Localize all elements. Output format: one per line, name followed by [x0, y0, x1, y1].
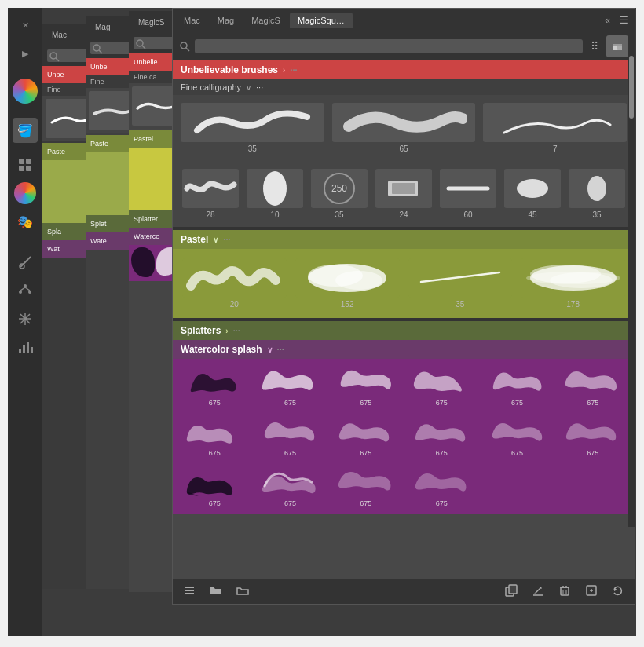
wc-brush-2[interactable]: 675 — [253, 364, 327, 409]
wc-brush-15[interactable]: 675 — [329, 464, 403, 510]
svg-rect-34 — [392, 183, 415, 194]
brush-grid-row1: 35 65 — [173, 95, 635, 161]
watercolor-more[interactable]: ··· — [277, 345, 284, 354]
back3-pastel-label: Paste — [47, 148, 65, 155]
pastel-section-header[interactable]: Pastel ∨ ··· — [173, 230, 635, 249]
svg-point-9 — [28, 291, 31, 294]
svg-point-23 — [93, 45, 100, 51]
wc-brush-12[interactable]: 675 — [556, 414, 630, 459]
watercolor-label: Watercolor splash — [181, 344, 262, 355]
svg-point-36 — [517, 179, 548, 198]
brush-size-badge-250: 250 — [324, 173, 355, 204]
footer-undo-button[interactable] — [608, 582, 628, 601]
svg-rect-3 — [26, 166, 31, 171]
wc-brush-1[interactable]: 675 — [177, 364, 251, 409]
wc-brush-13[interactable]: 675 — [177, 464, 251, 510]
wc-brush-3[interactable]: 675 — [329, 364, 403, 409]
wc-preview-11 — [482, 416, 551, 448]
toolbar-brush-icon[interactable] — [13, 250, 38, 275]
tabs-collapse-button[interactable]: « — [602, 13, 613, 27]
app-container: ✕ ▶ 🪣 🎭 — [8, 8, 636, 636]
wc-brush-4[interactable]: 675 — [404, 364, 478, 409]
wc-brush-7[interactable]: 675 — [177, 414, 251, 459]
splatters-section-header[interactable]: Splatters › ··· — [173, 321, 635, 340]
close-button[interactable]: ✕ — [13, 13, 38, 38]
pastel-more[interactable]: ··· — [223, 235, 230, 244]
tab-mac[interactable]: Mac — [176, 13, 208, 28]
pastel-brush-grid: 20 — [173, 249, 635, 318]
wc-preview-12 — [558, 416, 628, 448]
pastel-brush-35[interactable]: 35 — [405, 255, 516, 312]
brush-item-45[interactable]: 45 — [501, 166, 564, 222]
eraser-button[interactable] — [606, 35, 628, 57]
brush-item-35b[interactable]: 35 — [565, 166, 628, 222]
footer-expand-button[interactable] — [581, 582, 602, 601]
scrollbar-thumb[interactable] — [629, 56, 634, 119]
footer-folder-button[interactable] — [206, 582, 226, 601]
back3-splatters-label: Spla — [47, 228, 61, 236]
brush-item-24[interactable]: 24 — [372, 166, 435, 222]
pastel-brush-152[interactable]: 152 — [292, 255, 403, 312]
wc-brush-11[interactable]: 675 — [480, 414, 554, 459]
wc-brush-14[interactable]: 675 — [253, 464, 327, 510]
brush-item-35[interactable]: 35 — [177, 100, 327, 156]
wc-size-15: 675 — [360, 499, 371, 507]
footer-folder2-button[interactable] — [232, 582, 253, 601]
search-dots-button[interactable]: ⠿ — [587, 38, 602, 54]
brush-size-65: 65 — [399, 144, 408, 153]
tab-magics[interactable]: MagicS — [243, 13, 288, 28]
pastel-size-35: 35 — [456, 300, 464, 309]
wc-preview-6 — [558, 366, 628, 397]
unbelievable-section-header[interactable]: Unbelievable brushes › ··· — [173, 60, 635, 79]
back2-pastel-label: Paste — [90, 140, 108, 148]
fine-calligraphy-label: Fine calligraphy — [181, 82, 241, 92]
tabs-menu-button[interactable]: ☰ — [617, 13, 631, 27]
panel-footer — [173, 579, 635, 604]
brush-item-7[interactable]: 7 — [480, 100, 630, 156]
toolbar-paint-icon[interactable] — [13, 181, 38, 206]
unbelievable-more[interactable]: ··· — [290, 65, 297, 75]
search-input[interactable] — [195, 39, 583, 53]
toolbar-grid-icon[interactable] — [13, 152, 38, 177]
wc-brush-16[interactable]: 675 — [404, 464, 478, 510]
wc-brush-8[interactable]: 675 — [253, 414, 327, 459]
brush-item-250[interactable]: 250 35 — [308, 166, 371, 222]
magic-bucket-icon[interactable]: 🪣 — [13, 118, 38, 143]
watercolor-section-header[interactable]: Watercolor splash ∨ ··· — [173, 340, 635, 359]
toolbar-bars-icon[interactable] — [13, 334, 38, 360]
wc-brush-6[interactable]: 675 — [556, 364, 630, 409]
svg-rect-52 — [561, 587, 569, 595]
toolbar-effects-icon[interactable]: 🎭 — [13, 209, 38, 234]
splatters-more[interactable]: ··· — [233, 326, 240, 335]
wc-brush-10[interactable]: 675 — [404, 414, 478, 459]
brush-size-24: 24 — [399, 210, 408, 219]
footer-list-button[interactable] — [179, 582, 199, 601]
pastel-brush-20[interactable]: 20 — [179, 255, 290, 312]
fine-calligraphy-header[interactable]: Fine calligraphy ∨ ··· — [173, 79, 635, 95]
brush-item-10[interactable]: 10 — [243, 166, 306, 222]
fine-calligraphy-more[interactable]: ··· — [256, 82, 263, 92]
footer-copy-button[interactable] — [501, 582, 521, 601]
footer-edit-button[interactable] — [528, 582, 548, 601]
footer-delete-button[interactable] — [554, 582, 575, 601]
wc-brush-5[interactable]: 675 — [480, 364, 554, 409]
collapse-button[interactable]: ▶ — [13, 41, 38, 66]
wc-brush-9[interactable]: 675 — [329, 414, 403, 459]
toolbar-tree-icon[interactable] — [13, 278, 38, 303]
unbelievable-chevron: › — [283, 66, 285, 75]
toolbar-snowflake-icon[interactable] — [13, 306, 38, 331]
svg-line-24 — [99, 50, 102, 53]
brush-item-60[interactable]: 60 — [437, 166, 499, 222]
brush-size-60: 60 — [463, 210, 472, 219]
brush-size-250-label: 35 — [335, 210, 343, 219]
brush-item-28[interactable]: 28 — [179, 166, 242, 222]
pastel-preview-152 — [295, 258, 400, 298]
back-tab-1-label: MagicS — [134, 16, 169, 28]
tab-magicsquire[interactable]: MagicSquire — [290, 13, 353, 28]
brush-preview-35b — [569, 169, 625, 208]
svg-line-10 — [20, 287, 25, 291]
tab-mag[interactable]: Mag — [210, 13, 242, 28]
pastel-brush-178[interactable]: 178 — [518, 255, 628, 312]
section-unbelievable: Unbelievable brushes › ··· Fine calligra… — [173, 60, 635, 227]
brush-item-65[interactable]: 65 — [329, 100, 479, 156]
